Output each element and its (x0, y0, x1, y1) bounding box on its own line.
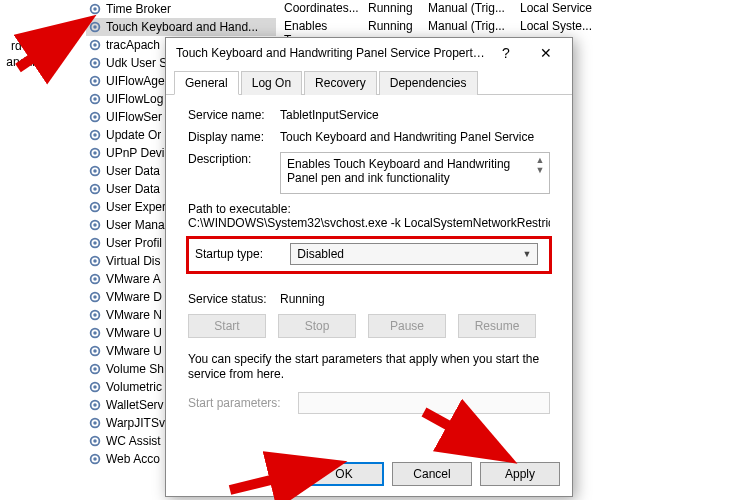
service-name: User Profil (106, 236, 162, 250)
list-item[interactable]: Time Broker (86, 0, 276, 18)
gear-icon (88, 398, 102, 412)
service-name: VMware U (106, 326, 162, 340)
svg-point-1 (93, 7, 97, 11)
gear-icon (88, 416, 102, 430)
gear-icon (88, 92, 102, 106)
svg-point-23 (93, 205, 97, 209)
gear-icon (88, 110, 102, 124)
svg-point-15 (93, 133, 97, 137)
tab-logon[interactable]: Log On (241, 71, 302, 95)
service-name-label: Service name: (188, 108, 280, 122)
service-name: Time Broker (106, 2, 171, 16)
gear-icon (88, 236, 102, 250)
svg-point-51 (93, 457, 97, 461)
gear-icon (88, 200, 102, 214)
service-name: tracApach (106, 38, 160, 52)
ok-button[interactable]: OK (304, 462, 384, 486)
dialog-titlebar[interactable]: Touch Keyboard and Handwriting Panel Ser… (166, 38, 572, 68)
tab-dependencies[interactable]: Dependencies (379, 71, 478, 95)
start-params-input (298, 392, 550, 414)
svg-point-43 (93, 385, 97, 389)
service-status-value: Running (280, 292, 325, 306)
service-name-value: TabletInputService (280, 108, 550, 122)
service-name: Virtual Dis (106, 254, 160, 268)
tab-general[interactable]: General (174, 71, 239, 95)
svg-point-29 (93, 259, 97, 263)
start-params-text: You can specify the start parameters tha… (188, 352, 550, 382)
close-button[interactable]: ✕ (526, 39, 566, 67)
scroll-updown-icon[interactable]: ▲▼ (533, 155, 547, 175)
gear-icon (88, 182, 102, 196)
gear-icon (88, 164, 102, 178)
service-name: VMware D (106, 290, 162, 304)
gear-icon (88, 452, 102, 466)
gear-icon (88, 308, 102, 322)
service-name: User Mana (106, 218, 165, 232)
service-name: Web Acco (106, 452, 160, 466)
svg-point-11 (93, 97, 97, 101)
tab-recovery[interactable]: Recovery (304, 71, 377, 95)
dialog-footer: OK Cancel Apply (304, 462, 560, 486)
display-name-value: Touch Keyboard and Handwriting Panel Ser… (280, 130, 550, 144)
service-name: Volumetric (106, 380, 162, 394)
cancel-button[interactable]: Cancel (392, 462, 472, 486)
gear-icon (88, 434, 102, 448)
svg-point-45 (93, 403, 97, 407)
gear-icon (88, 146, 102, 160)
gear-icon (88, 326, 102, 340)
start-params-label: Start parameters: (188, 396, 298, 410)
service-name: Touch Keyboard and Hand... (106, 20, 258, 34)
display-name-label: Display name: (188, 130, 280, 144)
service-name: UIFlowAge (106, 74, 165, 88)
description-text: Enables Touch Keyboard and Handwriting P… (287, 157, 510, 185)
svg-point-13 (93, 115, 97, 119)
properties-dialog: Touch Keyboard and Handwriting Panel Ser… (165, 37, 573, 497)
startup-type-label: Startup type: (195, 247, 287, 261)
service-name: UIFlowSer (106, 110, 162, 124)
path-label: Path to executable: (188, 202, 550, 216)
list-item[interactable]: Touch Keyboard and Hand... (86, 18, 276, 36)
service-name: Update Or (106, 128, 161, 142)
svg-point-39 (93, 349, 97, 353)
service-name: WarpJITSv (106, 416, 165, 430)
pause-button: Pause (368, 314, 446, 338)
gear-icon (88, 2, 102, 16)
gear-icon (88, 380, 102, 394)
svg-point-5 (93, 43, 97, 47)
service-name: Udk User S (106, 56, 167, 70)
service-name: VMware U (106, 344, 162, 358)
service-name: User Data (106, 164, 160, 178)
dialog-body: Service name: TabletInputService Display… (178, 98, 560, 450)
service-status-label: Service status: (188, 292, 280, 306)
service-name: WC Assist (106, 434, 161, 448)
gear-icon (88, 362, 102, 376)
tab-strip: General Log On Recovery Dependencies (166, 68, 572, 95)
svg-point-7 (93, 61, 97, 65)
service-name: VMware N (106, 308, 162, 322)
svg-point-33 (93, 295, 97, 299)
svg-point-9 (93, 79, 97, 83)
service-name: Volume Sh (106, 362, 164, 376)
dialog-title: Touch Keyboard and Handwriting Panel Ser… (176, 46, 486, 60)
service-name: UIFlowLog (106, 92, 163, 106)
chevron-down-icon: ▼ (522, 249, 531, 259)
startup-highlight: Startup type: Disabled ▼ (186, 236, 552, 274)
gear-icon (88, 218, 102, 232)
description-box[interactable]: Enables Touch Keyboard and Handwriting P… (280, 152, 550, 194)
gear-icon (88, 56, 102, 70)
startup-type-combo[interactable]: Disabled ▼ (290, 243, 538, 265)
description-label: Description: (188, 152, 280, 166)
resume-button: Resume (458, 314, 536, 338)
svg-point-49 (93, 439, 97, 443)
service-name: UPnP Devi (106, 146, 164, 160)
services-grid-row-1: Coordinates... Running Manual (Trig... L… (278, 0, 604, 18)
help-button[interactable]: ? (486, 39, 526, 67)
service-name: VMware A (106, 272, 161, 286)
svg-point-47 (93, 421, 97, 425)
services-grid-row-2: Enables Tou... Running Manual (Trig... L… (278, 18, 604, 36)
svg-point-25 (93, 223, 97, 227)
gear-icon (88, 128, 102, 142)
gear-icon (88, 38, 102, 52)
apply-button[interactable]: Apply (480, 462, 560, 486)
gear-icon (88, 74, 102, 88)
